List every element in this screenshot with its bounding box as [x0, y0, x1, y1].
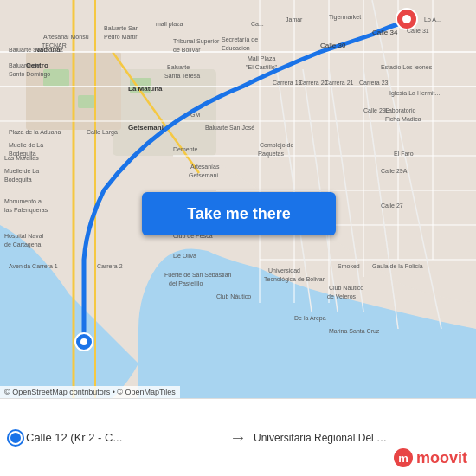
svg-text:Calle 31: Calle 31 [407, 28, 429, 34]
take-me-there-button[interactable]: Take me there [142, 192, 336, 235]
svg-text:Gaula de la Policía: Gaula de la Policía [372, 263, 423, 269]
bottom-bar: Calle 12 (Kr 2 - C... → Universitaria Re… [0, 398, 476, 476]
origin-dot-icon [9, 431, 23, 445]
svg-text:"El Castillo": "El Castillo" [246, 64, 278, 70]
svg-text:mall plaza: mall plaza [156, 21, 183, 28]
svg-text:La Matuna: La Matuna [128, 85, 163, 93]
svg-text:Carrera 20: Carrera 20 [299, 80, 328, 86]
svg-text:Carrera 19: Carrera 19 [273, 80, 302, 86]
svg-text:Educacion: Educacion [222, 45, 250, 51]
svg-text:Complejo de: Complejo de [260, 142, 293, 149]
svg-text:Laboratorio: Laboratorio [385, 107, 416, 113]
svg-text:Smoked: Smoked [338, 263, 360, 269]
svg-text:Ficha Madica: Ficha Madica [385, 116, 421, 122]
svg-text:Fuerte de San Sebastián: Fuerte de San Sebastián [164, 272, 232, 278]
svg-text:de Veleros: de Veleros [327, 293, 357, 299]
svg-text:Santo Domingo: Santo Domingo [9, 71, 50, 78]
svg-text:Baluarte de: Baluarte de [9, 62, 40, 68]
svg-text:Baluarte San José: Baluarte San José [205, 125, 254, 131]
svg-text:las Palenqueras: las Palenqueras [4, 207, 48, 214]
svg-text:Mall Plaza: Mall Plaza [248, 55, 275, 61]
svg-text:Avenida Carrera 1: Avenida Carrera 1 [9, 263, 58, 269]
svg-text:Hospital Naval: Hospital Naval [4, 233, 44, 240]
svg-text:Getsemani: Getsemani [128, 124, 164, 132]
svg-text:Tigermarket: Tigermarket [329, 14, 361, 21]
svg-text:Plaza de la Aduana: Plaza de la Aduana [9, 129, 61, 135]
moovit-logo-text: moovit [416, 449, 467, 467]
svg-text:Marina Santa Cruz: Marina Santa Cruz [329, 328, 380, 334]
svg-text:Iglesia La Hermit...: Iglesia La Hermit... [389, 90, 440, 97]
svg-text:Tecnológica de Bolivar: Tecnológica de Bolivar [264, 276, 325, 283]
svg-text:TECNAR: TECNAR [42, 42, 67, 48]
svg-text:Lo A...: Lo A... [424, 16, 441, 23]
svg-text:De Oliva: De Oliva [173, 253, 196, 259]
svg-text:Universidad: Universidad [268, 267, 300, 273]
destination-text: Universitaria Regional Del Carib... [254, 432, 392, 444]
svg-text:GM: GM [190, 112, 200, 118]
svg-text:Demente: Demente [173, 146, 198, 152]
svg-text:Tribunal Superior: Tribunal Superior [173, 38, 220, 45]
svg-text:Calle 27: Calle 27 [381, 203, 403, 209]
arrow-section: → [222, 428, 254, 447]
svg-text:Calle 34: Calle 34 [372, 29, 398, 36]
svg-point-31 [80, 338, 87, 345]
svg-text:De la Arepa: De la Arepa [294, 315, 326, 322]
svg-text:de Bolívar: de Bolívar [173, 47, 201, 53]
svg-text:Getsemaní: Getsemaní [189, 172, 218, 178]
origin-label-row: Calle 12 (Kr 2 - C... [9, 431, 122, 445]
svg-text:Club Náutico: Club Náutico [216, 293, 251, 299]
svg-text:Muelle de La: Muelle de La [9, 142, 43, 148]
svg-point-29 [402, 15, 411, 23]
svg-text:Raquetas: Raquetas [258, 151, 284, 158]
destination-section: Universitaria Regional Del Carib... [254, 432, 467, 444]
svg-text:Club Náutico: Club Náutico [329, 285, 363, 291]
svg-text:Monumento a: Monumento a [4, 198, 42, 204]
arrow-icon: → [229, 428, 247, 447]
map-container: Centro La Matuna Getsemani Avenida Carre… [0, 0, 476, 398]
svg-text:del Pastelillo: del Pastelillo [169, 280, 203, 286]
svg-text:Baluarte San: Baluarte San [104, 25, 139, 31]
moovit-logo: m moovit [394, 448, 467, 467]
svg-text:Jamar: Jamar [286, 16, 303, 23]
svg-text:Estadio Los leones: Estadio Los leones [381, 64, 433, 70]
svg-text:Artesanías: Artesanías [190, 164, 220, 170]
svg-text:Carrera 2: Carrera 2 [97, 263, 123, 269]
svg-rect-2 [113, 69, 216, 156]
svg-text:Bodeguita: Bodeguita [9, 151, 36, 158]
svg-text:Bodeguita: Bodeguita [4, 177, 32, 183]
svg-text:Carrera 21: Carrera 21 [325, 80, 354, 86]
svg-text:Pedro Mártir: Pedro Mártir [104, 34, 138, 40]
svg-text:de Cartagena: de Cartagena [4, 241, 42, 248]
svg-text:Baluarte: Baluarte [167, 64, 190, 70]
osm-credit: © OpenStreetMap contributors • © OpenMap… [0, 386, 180, 398]
svg-text:Muelle de La: Muelle de La [4, 168, 39, 174]
svg-text:Artesanal Monsu: Artesanal Monsu [43, 34, 89, 40]
svg-text:Calle 29A: Calle 29A [381, 168, 408, 174]
svg-rect-5 [78, 95, 95, 108]
svg-text:Calle Larga: Calle Larga [87, 129, 118, 136]
svg-text:Santa Teresa: Santa Teresa [164, 73, 200, 79]
svg-text:Calle 30: Calle 30 [320, 42, 346, 49]
svg-text:El Faro: El Faro [394, 151, 414, 157]
svg-text:Ca...: Ca... [251, 21, 264, 27]
svg-text:Secretaría de: Secretaría de [222, 36, 258, 42]
origin-text: Calle 12 (Kr 2 - C... [26, 431, 122, 444]
svg-text:Carrera 23: Carrera 23 [359, 80, 389, 86]
moovit-icon: m [394, 448, 413, 467]
origin-section: Calle 12 (Kr 2 - C... [9, 431, 222, 445]
